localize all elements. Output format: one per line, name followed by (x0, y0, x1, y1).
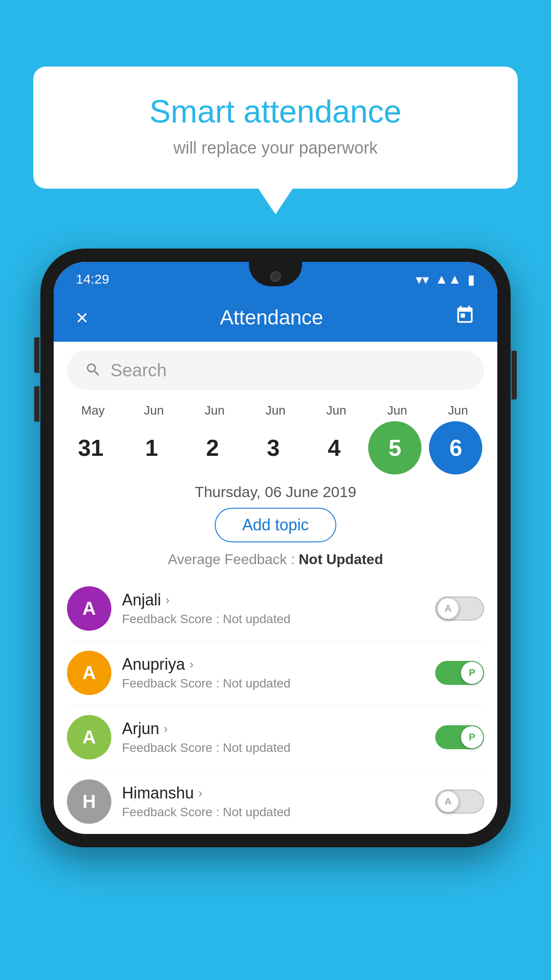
calendar-day[interactable]: Jun3 (247, 403, 304, 474)
attendance-toggle[interactable]: P (435, 661, 484, 685)
speech-bubble-subtitle: will replace your paperwork (69, 138, 482, 158)
close-button[interactable]: × (76, 305, 88, 330)
student-feedback: Feedback Score : Not updated (122, 676, 425, 691)
phone-frame: 14:29 ▾▾ ▲▲ ▮ × Attendance (40, 249, 511, 847)
search-bar[interactable]: Search (67, 351, 484, 390)
student-avatar: A (67, 586, 111, 631)
student-name[interactable]: Anupriya › (122, 655, 425, 674)
toggle-thumb: P (461, 662, 483, 684)
student-item[interactable]: AAnjali ›Feedback Score : Not updatedA (67, 577, 484, 641)
wifi-icon: ▾▾ (416, 272, 429, 287)
student-avatar: H (67, 779, 111, 824)
student-info: Himanshu ›Feedback Score : Not updated (122, 784, 425, 819)
student-feedback: Feedback Score : Not updated (122, 805, 425, 819)
student-avatar: A (67, 651, 111, 695)
student-item[interactable]: HHimanshu ›Feedback Score : Not updatedA (67, 770, 484, 834)
calendar-icon[interactable] (455, 305, 475, 330)
battery-icon: ▮ (468, 272, 475, 287)
phone-container: 14:29 ▾▾ ▲▲ ▮ × Attendance (40, 249, 511, 847)
calendar-day[interactable]: May31 (64, 403, 122, 474)
signal-icon: ▲▲ (435, 272, 461, 287)
cal-date-label[interactable]: 4 (307, 421, 361, 474)
toggle-thumb: P (461, 726, 483, 748)
front-camera (270, 271, 281, 282)
attendance-toggle[interactable]: P (435, 725, 484, 749)
avg-feedback-value: Not Updated (299, 551, 383, 567)
cal-month-label: Jun (429, 403, 487, 418)
cal-month-label: Jun (307, 403, 365, 418)
attendance-toggle[interactable]: A (435, 790, 484, 814)
chevron-right-icon: › (164, 722, 168, 736)
app-bar: × Attendance (54, 293, 497, 342)
student-name[interactable]: Anjali › (122, 591, 425, 609)
status-icons: ▾▾ ▲▲ ▮ (416, 272, 475, 287)
speech-bubble-arrow (258, 188, 293, 214)
phone-screen: 14:29 ▾▾ ▲▲ ▮ × Attendance (54, 262, 497, 834)
student-name[interactable]: Himanshu › (122, 784, 425, 802)
search-input[interactable]: Search (110, 360, 167, 380)
calendar-day[interactable]: Jun4 (307, 403, 365, 474)
toggle-thumb: A (437, 597, 459, 620)
student-info: Anjali ›Feedback Score : Not updated (122, 591, 425, 626)
volume-down-button (34, 386, 39, 422)
student-feedback: Feedback Score : Not updated (122, 741, 425, 755)
cal-month-label: Jun (247, 403, 304, 418)
student-name[interactable]: Arjun › (122, 719, 425, 738)
cal-date-label[interactable]: 2 (186, 421, 239, 474)
status-time: 14:29 (76, 272, 109, 287)
feedback-value: Not updated (223, 612, 291, 626)
calendar-strip: May31Jun1Jun2Jun3Jun4Jun5Jun6 (54, 399, 497, 474)
cal-date-label[interactable]: 1 (125, 421, 178, 474)
student-item[interactable]: AAnupriya ›Feedback Score : Not updatedP (67, 641, 484, 705)
speech-bubble-title: Smart attendance (69, 93, 482, 130)
toggle-thumb: A (437, 790, 459, 813)
student-info: Anupriya ›Feedback Score : Not updated (122, 655, 425, 691)
cal-date-label[interactable]: 5 (368, 421, 421, 474)
app-bar-title: Attendance (220, 305, 323, 329)
student-list: AAnjali ›Feedback Score : Not updatedAAA… (54, 577, 497, 834)
volume-up-button (34, 337, 39, 373)
cal-month-label: Jun (186, 403, 244, 418)
power-button (512, 351, 517, 399)
student-feedback: Feedback Score : Not updated (122, 612, 425, 626)
selected-date-label: Thursday, 06 June 2019 (54, 483, 497, 501)
chevron-right-icon: › (165, 593, 169, 607)
search-icon (85, 361, 102, 380)
speech-bubble: Smart attendance will replace your paper… (33, 67, 518, 189)
cal-date-label[interactable]: 31 (64, 421, 118, 474)
chevron-right-icon: › (189, 657, 193, 672)
feedback-value: Not updated (223, 676, 291, 690)
calendar-day[interactable]: Jun2 (186, 403, 244, 474)
cal-month-label: Jun (125, 403, 183, 418)
cal-month-label: May (64, 403, 122, 418)
student-item[interactable]: AArjun ›Feedback Score : Not updatedP (67, 705, 484, 770)
student-avatar: A (67, 715, 111, 759)
student-info: Arjun ›Feedback Score : Not updated (122, 719, 425, 755)
feedback-value: Not updated (223, 805, 291, 819)
attendance-toggle[interactable]: A (435, 597, 484, 620)
cal-date-label[interactable]: 3 (247, 421, 300, 474)
speech-bubble-container: Smart attendance will replace your paper… (33, 67, 518, 189)
add-topic-button[interactable]: Add topic (215, 508, 336, 542)
calendar-day[interactable]: Jun5 (368, 403, 426, 474)
cal-date-label[interactable]: 6 (429, 421, 482, 474)
calendar-day[interactable]: Jun6 (429, 403, 487, 474)
calendar-day[interactable]: Jun1 (125, 403, 183, 474)
cal-month-label: Jun (368, 403, 426, 418)
feedback-value: Not updated (223, 741, 291, 755)
chevron-right-icon: › (198, 786, 202, 800)
avg-feedback-label: Average Feedback : (168, 551, 299, 567)
avg-feedback: Average Feedback : Not Updated (54, 551, 497, 568)
